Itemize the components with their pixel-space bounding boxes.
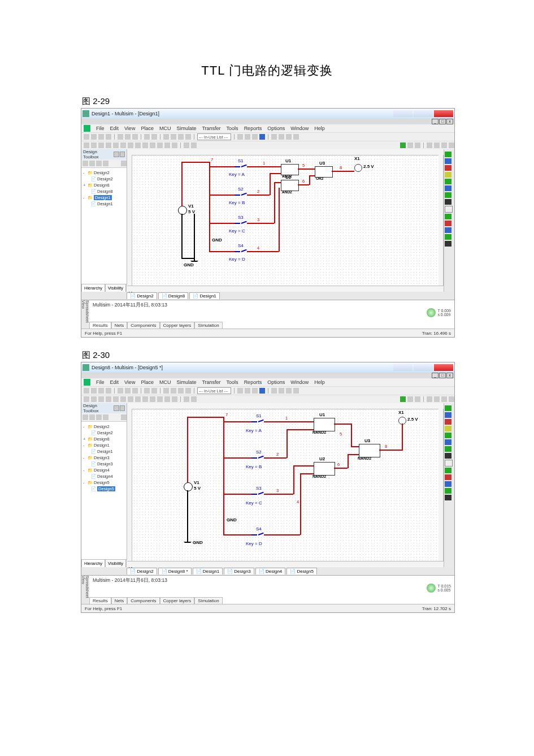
tb-component-icon[interactable]	[172, 142, 177, 148]
menu-place[interactable]: Place	[141, 126, 154, 131]
switch-s1[interactable]	[235, 165, 247, 169]
menu-help[interactable]: Help	[314, 379, 325, 385]
tb-zoomfit-icon[interactable]	[286, 134, 292, 140]
menu-edit[interactable]: Edit	[110, 379, 119, 385]
tb-undo-icon[interactable]	[144, 388, 150, 394]
tb-undo-icon[interactable]	[144, 134, 150, 140]
tb-paste-icon[interactable]	[132, 134, 138, 140]
instr-icon[interactable]	[445, 227, 451, 233]
menu-simulate[interactable]: Simulate	[176, 126, 196, 131]
tb-icon[interactable]	[434, 142, 440, 148]
tb-component-icon[interactable]	[98, 142, 104, 148]
menu-mcu[interactable]: MCU	[159, 379, 171, 385]
tb-zoomfit-icon[interactable]	[286, 388, 292, 394]
tb-cut-icon[interactable]	[118, 134, 123, 140]
tb-icon[interactable]	[427, 396, 432, 402]
instr-icon[interactable]	[445, 214, 451, 219]
minimize-button[interactable]	[393, 364, 413, 371]
instr-icon[interactable]	[445, 221, 451, 226]
tb-bold-icon[interactable]	[184, 396, 189, 402]
ss-tab-results[interactable]: Results	[89, 597, 111, 604]
mdi-max-button[interactable]: □	[439, 373, 446, 378]
design-tree[interactable]: -📁 Design2 📄 Design2 +📁 Design8 -📁 Desig…	[81, 422, 127, 559]
tb-icon[interactable]	[171, 134, 176, 140]
tb-cut-icon[interactable]	[118, 388, 123, 394]
tb-new-icon[interactable]	[84, 134, 89, 140]
gate-u1[interactable]	[281, 164, 299, 175]
sidebar-tab-hierarchy[interactable]: Hierarchy	[81, 559, 105, 567]
menu-view[interactable]: View	[124, 126, 135, 131]
voltage-source[interactable]	[184, 482, 193, 491]
sidebar-pin-icon[interactable]	[114, 152, 119, 157]
tb-icon[interactable]	[427, 142, 432, 148]
minimize-button[interactable]	[393, 110, 413, 117]
sidebar-close-icon[interactable]	[120, 152, 125, 157]
tb-icon[interactable]	[178, 134, 184, 140]
menu-edit[interactable]: Edit	[110, 126, 119, 131]
tb-icon[interactable]	[163, 388, 169, 394]
tb-component-icon[interactable]	[113, 396, 119, 402]
tb-icon[interactable]	[237, 134, 243, 140]
menu-file[interactable]: File	[96, 379, 105, 385]
tb-component-icon[interactable]	[91, 142, 97, 148]
tb-component-icon[interactable]	[142, 142, 148, 148]
run-button[interactable]	[400, 142, 406, 148]
sidebar-tab-hierarchy[interactable]: Hierarchy	[81, 284, 105, 292]
pause-button[interactable]	[407, 142, 413, 148]
instr-icon[interactable]	[445, 234, 451, 240]
gate-u2[interactable]	[314, 462, 335, 476]
menu-place[interactable]: Place	[141, 379, 154, 385]
sb-tb-icon[interactable]	[96, 414, 102, 420]
tb-paste-icon[interactable]	[132, 388, 138, 394]
inuse-list-combo[interactable]: --- In-Use List ---	[197, 387, 231, 394]
tb-component-icon[interactable]	[84, 142, 89, 148]
sb-tb-icon[interactable]	[121, 161, 127, 166]
tb-component-icon[interactable]	[157, 142, 163, 148]
sidebar-pin-icon[interactable]	[114, 405, 119, 411]
ss-tab-simulation[interactable]: Simulation	[194, 322, 222, 329]
mdi-close-button[interactable]: x	[446, 119, 453, 124]
instr-icon[interactable]	[445, 412, 451, 418]
sidebar-tab-visibility[interactable]: Visibility	[105, 284, 126, 292]
probe-bulb[interactable]	[354, 164, 362, 172]
menu-transfer[interactable]: Transfer	[202, 126, 220, 131]
switch-s4[interactable]	[235, 250, 247, 253]
switch-s3[interactable]	[251, 493, 264, 496]
instr-icon[interactable]	[445, 474, 451, 480]
instr-icon[interactable]	[445, 460, 453, 466]
menu-file[interactable]: File	[96, 126, 105, 131]
maximize-button[interactable]	[414, 110, 433, 117]
tb-component-icon[interactable]	[128, 396, 133, 402]
instr-icon[interactable]	[445, 241, 451, 247]
instr-icon[interactable]	[445, 419, 451, 425]
tb-component-icon[interactable]	[164, 396, 170, 402]
tb-component-icon[interactable]	[120, 396, 126, 402]
gate-u3[interactable]	[359, 444, 380, 457]
workspace-tab[interactable]: 📄 Design3	[224, 568, 254, 574]
tb-icon[interactable]	[237, 388, 243, 394]
instr-icon[interactable]	[445, 495, 451, 500]
tb-component-icon[interactable]	[98, 396, 104, 402]
tb-copy-icon[interactable]	[125, 134, 131, 140]
ss-tab-components[interactable]: Components	[127, 597, 159, 604]
ss-tab-components[interactable]: Components	[127, 322, 159, 329]
tb-open-icon[interactable]	[91, 134, 97, 140]
tb-icon[interactable]	[252, 388, 258, 394]
tb-open-icon[interactable]	[91, 388, 97, 394]
tb-component-icon[interactable]	[135, 142, 141, 148]
tb-fullscreen-icon[interactable]	[293, 388, 299, 394]
sb-tb-icon[interactable]	[103, 414, 108, 420]
menu-tools[interactable]: Tools	[227, 126, 238, 131]
switch-s3[interactable]	[235, 222, 247, 225]
tb-component-icon[interactable]	[128, 142, 133, 148]
instr-icon[interactable]	[445, 158, 451, 164]
instr-icon[interactable]	[445, 439, 451, 445]
tb-icon[interactable]	[441, 142, 447, 148]
ss-tab-nets[interactable]: Nets	[111, 322, 127, 329]
tb-zoomout-icon[interactable]	[279, 388, 284, 394]
tb-icon[interactable]	[434, 396, 440, 402]
menu-transfer[interactable]: Transfer	[202, 379, 220, 385]
sb-tb-icon[interactable]	[89, 414, 95, 420]
sidebar-tab-visibility[interactable]: Visibility	[105, 559, 126, 567]
schematic-canvas[interactable]: V1 5 V 7 GND GND S1 Key = A S2 Key = B	[127, 403, 444, 567]
